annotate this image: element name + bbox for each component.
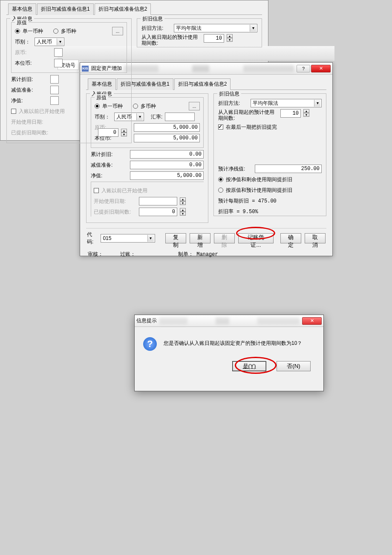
single-currency-radio-2[interactable]: [15, 29, 20, 34]
by-orig-radio[interactable]: [218, 188, 223, 193]
code-label: 代码:: [87, 231, 97, 246]
est-periods-label: 从入账日期起的预计使用期间数:: [218, 109, 278, 121]
multi-currency-radio-2[interactable]: [53, 29, 58, 34]
last-period-label: 在最后一期把折旧提完: [226, 124, 277, 131]
impairment-input[interactable]: [130, 161, 204, 169]
help-button[interactable]: ?: [297, 65, 310, 72]
maker-value: Manager: [196, 251, 218, 257]
cancel-button[interactable]: 取消: [305, 233, 326, 243]
rate-label: 汇率:: [151, 113, 162, 121]
acc-depr-label: 累计折旧:: [91, 151, 127, 158]
code-select[interactable]: 015: [101, 234, 155, 243]
tab2-depr-info-2[interactable]: 折旧与减值准备信息2: [95, 3, 151, 15]
impairment-label: 减值准备:: [91, 162, 127, 169]
tabs-2: 基本信息 折旧与减值准备信息1 折旧与减值准备信息2: [6, 3, 262, 15]
no-button[interactable]: 否(N): [277, 361, 311, 371]
used-before-label: 入账以前已开始使用: [101, 187, 147, 194]
modal-titlebar[interactable]: 信息提示 ✕: [135, 315, 323, 327]
start-date-input[interactable]: [139, 197, 177, 205]
delete-button[interactable]: 删除: [214, 233, 235, 243]
currency-select-2[interactable]: 人民币: [35, 38, 64, 46]
multi-currency-label: 多币种: [141, 103, 156, 110]
depr-method-select[interactable]: 平均年限法: [251, 99, 322, 107]
currency-browse-2[interactable]: ...: [112, 27, 123, 35]
copy-button[interactable]: 复制: [165, 233, 186, 243]
audit-label: 审核：: [88, 251, 103, 257]
rate-input[interactable]: [165, 113, 195, 121]
ok-button[interactable]: 确定: [280, 233, 301, 243]
post-label: 过账：: [120, 251, 135, 257]
modal-close-button[interactable]: ✕: [302, 317, 322, 325]
maker-label: 制单：: [178, 251, 193, 257]
multi-currency-radio[interactable]: [133, 104, 138, 109]
depr-method-label: 折旧方法:: [218, 100, 248, 107]
est-periods-input-2[interactable]: [204, 34, 224, 43]
close-button[interactable]: ✕: [311, 65, 331, 72]
confirm-dialog: 信息提示 ✕ ? 您是否确认从入账日期起该固定资产的预计使用期间数为10？ 是(…: [134, 315, 324, 391]
depr-info-group: 折旧信息 折旧方法: 平均年限法 从入账日期起的预计使用期间数: ▲▼ 在最后一…: [213, 93, 326, 216]
currency-browse-button[interactable]: ...: [189, 102, 200, 110]
tab2-basic-info[interactable]: 基本信息: [8, 3, 36, 15]
depr-info-group-2: 折旧信息 折旧方法: 平均年限法 从入账日期起的预计使用期间数: ▲▼: [137, 18, 262, 47]
tab-depr-info-2[interactable]: 折旧与减值准备信息2: [174, 78, 231, 90]
last-period-checkbox[interactable]: [218, 124, 223, 130]
salvage-label: 预计净残值:: [218, 165, 252, 173]
depr-info-legend: 折旧信息: [217, 90, 241, 98]
net-value-input[interactable]: [130, 171, 204, 180]
est-periods-spinner[interactable]: ▲▼: [303, 109, 309, 117]
salvage-input[interactable]: [255, 165, 322, 173]
modal-title: 信息提示: [136, 317, 157, 324]
per-period-text: 预计每期折旧 = 475.00: [218, 196, 322, 205]
net-value-label: 净值:: [91, 172, 127, 179]
new-button[interactable]: 新增: [190, 233, 210, 243]
acc-depr-input[interactable]: [130, 150, 204, 159]
used-before-checkbox[interactable]: [94, 188, 99, 193]
depr-method-select-2[interactable]: 平均年限法: [174, 24, 257, 32]
tab2-depr-info-1[interactable]: 折旧与减值准备信息1: [37, 3, 94, 15]
depr-rate-text: 折旧率 = 9.50%: [218, 207, 322, 216]
question-icon: ?: [143, 337, 157, 351]
by-orig-label: 按原值和预计使用期间提折旧: [226, 187, 292, 194]
voucher-button[interactable]: 记账凭证...: [238, 233, 273, 243]
entry-info-group-2: 入账信息 原值 单一币种 多币种 ... 币: [6, 18, 132, 143]
start-date-spinner[interactable]: ▲▼: [180, 197, 186, 205]
depr-periods-done-label: 已提折旧期间数:: [94, 208, 136, 216]
title-blur: [124, 65, 294, 72]
start-date-label: 开始使用日期:: [94, 198, 136, 205]
base-amount-input[interactable]: [134, 134, 200, 142]
depr-periods-done-input[interactable]: [139, 208, 177, 216]
by-net-label: 按净值和剩余使用期间提折旧: [226, 176, 292, 183]
used-before-checkbox-2[interactable]: [11, 109, 16, 114]
yes-button[interactable]: 是(Y): [232, 361, 266, 371]
est-periods-input[interactable]: [280, 109, 301, 118]
depr-periods-spinner[interactable]: ▲▼: [180, 208, 186, 216]
used-before-group: 入账以前已开始使用 开始使用日期: ▲▼ 已提折旧期间数: ▲▼: [91, 182, 204, 217]
modal-title-blur: [159, 318, 300, 324]
orig-amount-input[interactable]: [134, 123, 200, 132]
modal-message: 您是否确认从入账日期起该固定资产的预计使用期间数为10？: [164, 337, 302, 347]
by-net-radio[interactable]: [218, 177, 223, 182]
